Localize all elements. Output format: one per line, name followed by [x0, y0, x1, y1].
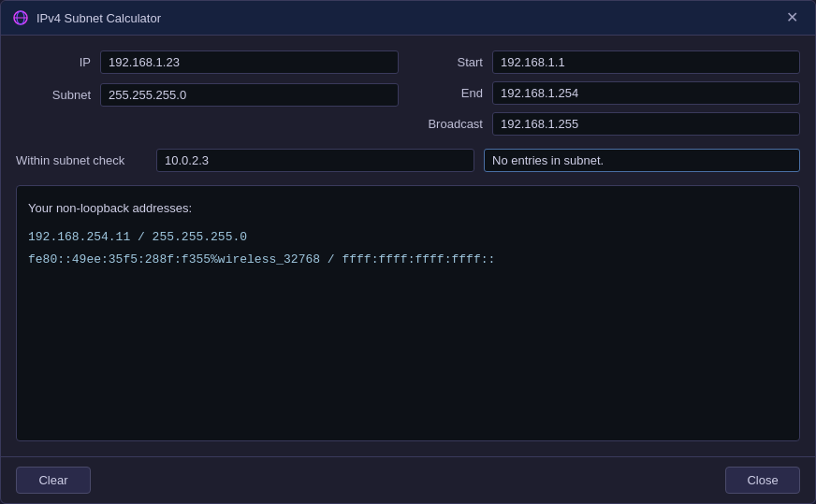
start-row: Start: [417, 50, 800, 74]
end-row: End: [417, 81, 800, 105]
main-content: IP Subnet Start End Br: [1, 36, 815, 456]
end-input[interactable]: [492, 81, 800, 105]
ip-row: IP: [16, 50, 399, 74]
subnet-row: Subnet: [16, 83, 399, 107]
title-left: IPv4 Subnet Calculator: [12, 9, 161, 26]
bottom-bar: Clear Close: [1, 456, 815, 503]
main-window: IPv4 Subnet Calculator ✕ IP Subnet Sta: [0, 0, 816, 504]
start-input[interactable]: [492, 50, 800, 74]
broadcast-row: Broadcast: [417, 112, 800, 136]
left-fields: IP Subnet: [16, 50, 399, 136]
no-entries-display: No entries in subnet.: [484, 149, 800, 172]
right-fields: Start End Broadcast: [417, 50, 800, 136]
subnet-label: Subnet: [16, 88, 91, 102]
broadcast-input[interactable]: [492, 112, 800, 136]
address-line-1: 192.168.254.11 / 255.255.255.0: [28, 226, 788, 248]
subnet-input[interactable]: [100, 83, 399, 107]
title-bar: IPv4 Subnet Calculator ✕: [1, 1, 815, 36]
subnet-check-row: Within subnet check No entries in subnet…: [16, 149, 800, 172]
within-subnet-input[interactable]: [156, 149, 474, 172]
start-label: Start: [417, 55, 483, 69]
clear-button[interactable]: Clear: [16, 467, 91, 494]
ip-input[interactable]: [100, 50, 399, 74]
info-box: Your non-loopback addresses: 192.168.254…: [16, 185, 800, 441]
close-button[interactable]: Close: [725, 467, 800, 494]
window-close-button[interactable]: ✕: [780, 8, 804, 27]
ip-label: IP: [16, 55, 91, 69]
address-line-2: fe80::49ee:35f5:288f:f355%wireless_32768…: [28, 249, 788, 270]
form-section: IP Subnet Start End Br: [16, 50, 800, 136]
app-icon: [12, 9, 29, 26]
within-subnet-label: Within subnet check: [16, 153, 147, 167]
end-label: End: [417, 86, 483, 100]
window-title: IPv4 Subnet Calculator: [36, 11, 161, 25]
info-heading: Your non-loopback addresses:: [28, 197, 788, 219]
broadcast-label: Broadcast: [417, 117, 483, 131]
